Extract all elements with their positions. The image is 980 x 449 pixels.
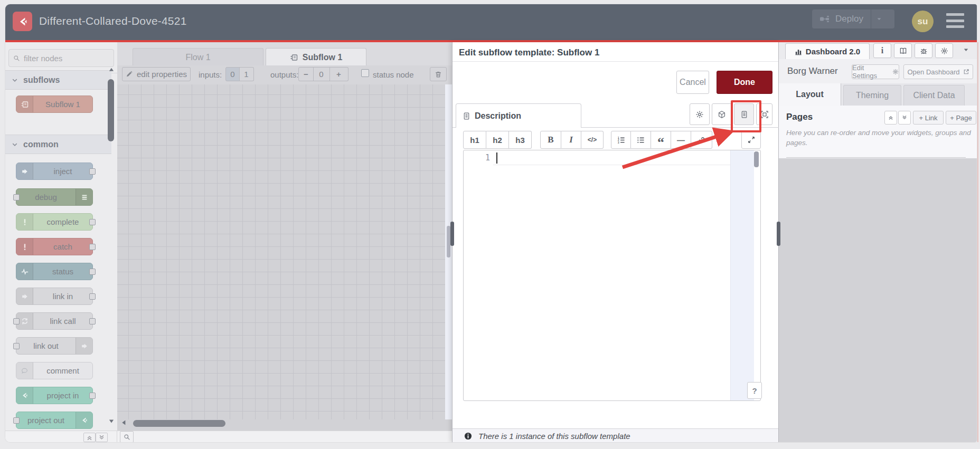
info-sidebar-button[interactable]: i <box>873 43 891 58</box>
palette-node-comment[interactable]: comment <box>16 362 93 379</box>
palette-node-label: inject <box>33 163 92 179</box>
gear-icon <box>892 69 899 75</box>
editor-help-button[interactable]: ? <box>747 382 762 399</box>
palette-collapse-all-button[interactable] <box>83 433 96 442</box>
editor-minimap <box>730 150 754 400</box>
inputs-option-0[interactable]: 0 <box>225 67 240 81</box>
zoom-search-button[interactable] <box>120 431 134 442</box>
search-icon <box>13 55 20 62</box>
status-node-checkbox[interactable] <box>361 69 369 77</box>
deploy-options-caret-icon[interactable] <box>871 16 887 22</box>
add-page-button[interactable]: + Page <box>946 111 976 125</box>
properties-toolbar-button[interactable] <box>690 103 710 125</box>
node-palette: filter nodes subflows Subflow 1 common i… <box>5 42 117 442</box>
tab-dashboard-2[interactable]: Dashboard 2.0 <box>785 43 870 59</box>
expand-editor-button[interactable] <box>741 131 761 149</box>
italic-button[interactable]: I <box>561 131 581 149</box>
external-link-icon <box>963 69 969 75</box>
info-circle-icon <box>464 432 472 440</box>
deploy-button[interactable]: Deploy <box>812 9 894 28</box>
palette-node-link-in[interactable]: link in <box>16 288 93 305</box>
edit-settings-button[interactable]: Edit Settings <box>852 64 899 79</box>
list-buttons: 123 “ — <box>611 131 712 149</box>
settings-sidebar-button[interactable] <box>935 43 953 58</box>
outputs-increase-button[interactable]: + <box>329 67 348 81</box>
tab-subflow-1[interactable]: Subflow 1 <box>266 48 366 66</box>
palette-expand-all-button[interactable] <box>96 433 108 442</box>
canvas-horizontal-scrollbar[interactable] <box>133 420 225 427</box>
gear-icon <box>695 110 704 119</box>
sidebar-resize-handle[interactable] <box>777 222 780 246</box>
tray-resize-handle[interactable] <box>450 222 454 246</box>
sidebar-options-caret-icon[interactable] <box>963 47 969 53</box>
h2-button[interactable]: h2 <box>486 131 509 149</box>
palette-scroll-up-icon[interactable] <box>108 66 115 73</box>
palette-node-status[interactable]: status <box>16 263 93 280</box>
code-button[interactable]: </> <box>581 131 604 149</box>
link-button[interactable] <box>691 131 712 149</box>
canvas-vertical-scrollbar[interactable] <box>447 226 450 257</box>
palette-section-common[interactable]: common <box>5 135 111 154</box>
editor-scrollbar[interactable] <box>754 151 759 167</box>
inputs-option-1[interactable]: 1 <box>239 67 254 81</box>
exclamation-icon <box>16 238 33 255</box>
palette-node-catch[interactable]: catch <box>16 238 93 255</box>
help-sidebar-button[interactable] <box>894 43 912 58</box>
tab-description[interactable]: Description <box>456 103 581 128</box>
palette-search-input[interactable]: filter nodes <box>8 49 114 67</box>
debug-sidebar-button[interactable] <box>915 43 932 58</box>
output-port <box>89 219 96 225</box>
horizontal-rule-button[interactable]: — <box>671 131 691 149</box>
palette-node-complete[interactable]: complete <box>16 213 93 231</box>
edit-properties-button[interactable]: edit properties <box>122 67 191 81</box>
flow-canvas[interactable] <box>117 84 445 419</box>
canvas-scroll-left-icon[interactable] <box>120 419 127 426</box>
trash-icon <box>435 71 442 78</box>
palette-node-label: link call <box>33 313 92 329</box>
bold-button[interactable]: B <box>540 131 561 149</box>
tab-theming[interactable]: Theming <box>843 85 901 106</box>
app-header: Different-Collared-Dove-4521 Deploy su <box>5 4 977 40</box>
main-menu-icon[interactable] <box>946 13 964 28</box>
palette-section-subflows[interactable]: subflows <box>5 70 111 90</box>
done-button[interactable]: Done <box>717 71 772 94</box>
subflow-icon <box>290 53 298 62</box>
cancel-button[interactable]: Cancel <box>676 71 709 94</box>
workspace-footer <box>117 431 452 442</box>
module-toolbar-button[interactable] <box>712 103 732 125</box>
palette-scrollbar[interactable] <box>108 79 114 141</box>
unordered-list-button[interactable] <box>631 131 651 149</box>
palette-node-link-call[interactable]: link call <box>16 312 93 330</box>
collapse-pages-button[interactable] <box>884 111 897 125</box>
open-dashboard-button[interactable]: Open Dashboard <box>903 64 973 79</box>
palette-node-project-in[interactable]: project in <box>16 387 93 404</box>
palette-node-inject[interactable]: inject <box>16 163 93 180</box>
h3-button[interactable]: h3 <box>509 131 532 149</box>
quote-button[interactable]: “ <box>651 131 671 149</box>
palette-node-label: status <box>33 263 92 280</box>
add-link-button[interactable]: + Link <box>913 111 944 125</box>
node-red-icon <box>16 387 33 404</box>
heading-buttons: h1 h2 h3 <box>463 131 532 149</box>
palette-node-link-out[interactable]: link out <box>16 337 93 355</box>
expand-pages-button[interactable] <box>898 111 911 125</box>
tab-layout[interactable]: Layout <box>779 83 841 106</box>
pencil-icon <box>126 71 133 78</box>
tab-client-data[interactable]: Client Data <box>903 85 965 106</box>
outputs-label: outputs: <box>270 70 298 79</box>
ordered-list-button[interactable]: 123 <box>611 131 631 149</box>
tab-flow-1[interactable]: Flow 1 <box>133 48 263 66</box>
description-editor[interactable]: 1 <box>463 150 761 401</box>
palette-node-subflow-1[interactable]: Subflow 1 <box>16 95 93 113</box>
outputs-decrease-button[interactable]: − <box>298 67 314 81</box>
h1-button[interactable]: h1 <box>463 131 486 149</box>
chevron-down-icon <box>12 141 18 148</box>
palette-node-project-out[interactable]: project out <box>16 412 93 429</box>
input-port <box>13 194 20 200</box>
palette-scroll-down-icon[interactable] <box>108 418 115 424</box>
palette-node-debug[interactable]: debug <box>16 188 93 206</box>
delete-subflow-button[interactable] <box>430 67 447 81</box>
dialog-title: Edit subflow template: Subflow 1 <box>459 47 599 58</box>
book-icon <box>899 47 907 55</box>
user-avatar[interactable]: su <box>912 11 934 32</box>
